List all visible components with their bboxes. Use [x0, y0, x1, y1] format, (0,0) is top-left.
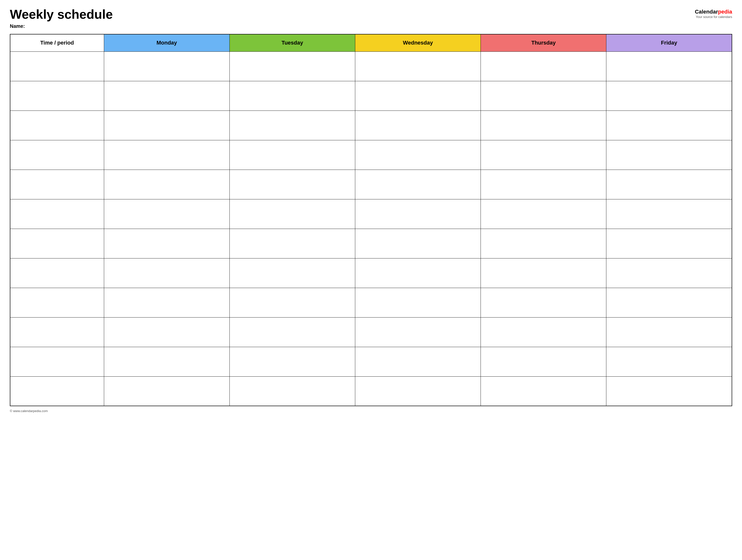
table-cell[interactable]	[606, 347, 732, 376]
table-row	[10, 199, 732, 229]
table-cell[interactable]	[355, 170, 481, 199]
table-row	[10, 51, 732, 81]
logo-tagline: Your source for calendars	[696, 15, 732, 19]
table-cell[interactable]	[481, 170, 606, 199]
table-cell[interactable]	[104, 347, 229, 376]
table-cell[interactable]	[481, 140, 606, 170]
table-cell[interactable]	[229, 376, 355, 406]
table-cell[interactable]	[229, 51, 355, 81]
table-cell[interactable]	[481, 258, 606, 288]
table-cell[interactable]	[355, 288, 481, 317]
table-cell[interactable]	[10, 347, 104, 376]
table-cell[interactable]	[10, 81, 104, 111]
footer-url: © www.calendarpedia.com	[10, 409, 48, 413]
table-cell[interactable]	[481, 317, 606, 347]
table-cell[interactable]	[10, 258, 104, 288]
table-cell[interactable]	[10, 111, 104, 140]
table-cell[interactable]	[229, 317, 355, 347]
table-cell[interactable]	[104, 111, 229, 140]
table-cell[interactable]	[606, 140, 732, 170]
table-cell[interactable]	[481, 81, 606, 111]
table-row	[10, 111, 732, 140]
table-row	[10, 140, 732, 170]
table-cell[interactable]	[10, 170, 104, 199]
name-label: Name:	[10, 23, 113, 29]
table-cell[interactable]	[355, 229, 481, 258]
table-cell[interactable]	[606, 51, 732, 81]
table-row	[10, 376, 732, 406]
table-row	[10, 288, 732, 317]
table-cell[interactable]	[104, 170, 229, 199]
table-cell[interactable]	[355, 258, 481, 288]
table-cell[interactable]	[104, 317, 229, 347]
table-cell[interactable]	[355, 376, 481, 406]
table-cell[interactable]	[355, 81, 481, 111]
table-cell[interactable]	[104, 51, 229, 81]
table-row	[10, 347, 732, 376]
table-cell[interactable]	[606, 170, 732, 199]
table-cell[interactable]	[10, 51, 104, 81]
table-cell[interactable]	[104, 288, 229, 317]
col-header-time: Time / period	[10, 34, 104, 51]
table-cell[interactable]	[229, 347, 355, 376]
table-cell[interactable]	[355, 317, 481, 347]
table-cell[interactable]	[481, 199, 606, 229]
table-cell[interactable]	[10, 288, 104, 317]
table-cell[interactable]	[606, 258, 732, 288]
table-row	[10, 170, 732, 199]
table-cell[interactable]	[229, 170, 355, 199]
table-cell[interactable]	[481, 376, 606, 406]
logo-text: Calendarpedia	[695, 9, 732, 15]
table-cell[interactable]	[10, 229, 104, 258]
table-cell[interactable]	[229, 81, 355, 111]
table-cell[interactable]	[606, 376, 732, 406]
table-cell[interactable]	[104, 199, 229, 229]
logo-pedia: pedia	[718, 9, 732, 15]
table-cell[interactable]	[229, 199, 355, 229]
table-cell[interactable]	[606, 199, 732, 229]
table-cell[interactable]	[355, 199, 481, 229]
table-row	[10, 81, 732, 111]
table-cell[interactable]	[229, 111, 355, 140]
table-cell[interactable]	[104, 81, 229, 111]
table-header-row: Time / period Monday Tuesday Wednesday T…	[10, 34, 732, 51]
table-cell[interactable]	[10, 199, 104, 229]
page-title: Weekly schedule	[10, 7, 113, 21]
table-cell[interactable]	[606, 317, 732, 347]
table-cell[interactable]	[355, 347, 481, 376]
table-cell[interactable]	[229, 288, 355, 317]
table-cell[interactable]	[606, 81, 732, 111]
table-cell[interactable]	[229, 258, 355, 288]
table-row	[10, 229, 732, 258]
table-cell[interactable]	[606, 288, 732, 317]
table-cell[interactable]	[606, 229, 732, 258]
footer: © www.calendarpedia.com	[10, 409, 732, 413]
table-cell[interactable]	[481, 229, 606, 258]
col-header-wednesday: Wednesday	[355, 34, 481, 51]
table-cell[interactable]	[104, 229, 229, 258]
table-cell[interactable]	[10, 376, 104, 406]
table-cell[interactable]	[10, 317, 104, 347]
table-cell[interactable]	[481, 288, 606, 317]
table-cell[interactable]	[10, 140, 104, 170]
table-cell[interactable]	[355, 140, 481, 170]
table-cell[interactable]	[104, 140, 229, 170]
table-cell[interactable]	[229, 229, 355, 258]
col-header-friday: Friday	[606, 34, 732, 51]
table-cell[interactable]	[481, 51, 606, 81]
col-header-monday: Monday	[104, 34, 229, 51]
table-cell[interactable]	[355, 111, 481, 140]
table-cell[interactable]	[481, 347, 606, 376]
title-section: Weekly schedule Name:	[10, 7, 113, 29]
table-cell[interactable]	[104, 376, 229, 406]
table-cell[interactable]	[481, 111, 606, 140]
table-cell[interactable]	[606, 111, 732, 140]
table-cell[interactable]	[355, 51, 481, 81]
col-header-thursday: Thursday	[481, 34, 606, 51]
table-cell[interactable]	[104, 258, 229, 288]
schedule-table: Time / period Monday Tuesday Wednesday T…	[10, 34, 732, 406]
page-header: Weekly schedule Name: Calendarpedia Your…	[10, 7, 732, 29]
logo-calendar: Calendar	[695, 9, 718, 15]
col-header-tuesday: Tuesday	[229, 34, 355, 51]
table-cell[interactable]	[229, 140, 355, 170]
